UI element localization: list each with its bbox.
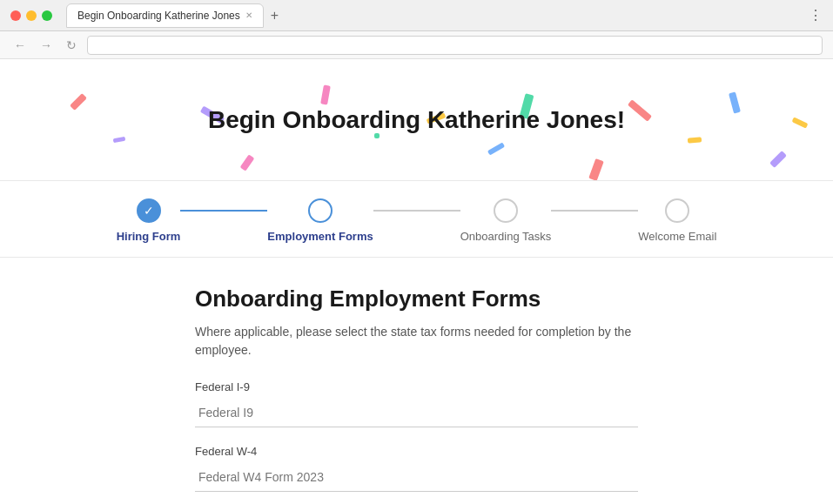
forward-button[interactable]: → (37, 38, 56, 52)
step-circle-onboarding-tasks (494, 198, 518, 223)
confetti-piece-8 (113, 137, 126, 143)
nav-bar: ← → ↻ (0, 31, 833, 59)
stepper: ✓ Hiring Form Employment Forms Onboardin… (117, 198, 717, 243)
confetti-piece-14 (769, 151, 787, 168)
stepper-container: ✓ Hiring Form Employment Forms Onboardin… (0, 181, 833, 258)
step-circle-hiring-form: ✓ (137, 198, 161, 223)
label-federal-w4: Federal W-4 (195, 445, 638, 458)
confetti-piece-5 (628, 99, 652, 121)
step-onboarding-tasks[interactable]: Onboarding Tasks (460, 198, 552, 243)
browser-menu-button[interactable]: ⋮ (809, 7, 823, 24)
tab-close-icon[interactable]: ✕ (245, 10, 252, 20)
form-group-federal-w4: Federal W-4 (195, 445, 638, 492)
back-button[interactable]: ← (10, 38, 30, 52)
step-label-employment-forms: Employment Forms (267, 230, 373, 243)
browser-chrome: Begin Onboarding Katherine Jones ✕ + ⋮ (0, 0, 833, 31)
label-federal-i9: Federal I-9 (195, 380, 638, 393)
confetti-piece-12 (588, 158, 604, 181)
step-circle-employment-forms (308, 198, 333, 223)
confetti-piece-11 (487, 142, 505, 155)
confetti-piece-2 (320, 84, 331, 104)
traffic-lights (10, 10, 52, 21)
hero-title: Begin Onboarding Katherine Jones! (208, 106, 625, 134)
input-federal-i9[interactable] (195, 399, 638, 427)
main-content: Onboarding Employment Forms Where applic… (0, 258, 833, 504)
refresh-button[interactable]: ↻ (63, 38, 80, 52)
connector-3 (551, 210, 638, 212)
step-employment-forms[interactable]: Employment Forms (267, 198, 373, 243)
confetti-piece-7 (792, 117, 809, 128)
hero-banner: Begin Onboarding Katherine Jones! (0, 59, 833, 181)
close-button[interactable] (10, 10, 21, 21)
step-circle-welcome-email (665, 198, 689, 223)
active-tab[interactable]: Begin Onboarding Katherine Jones ✕ (66, 3, 264, 28)
form-group-federal-i9: Federal I-9 (195, 380, 638, 427)
minimize-button[interactable] (26, 10, 37, 21)
maximize-button[interactable] (42, 10, 52, 21)
new-tab-button[interactable]: + (267, 8, 282, 24)
confetti-piece-0 (70, 93, 87, 111)
confetti-piece-6 (729, 91, 741, 113)
step-label-welcome-email: Welcome Email (638, 230, 716, 243)
input-federal-w4[interactable] (195, 463, 638, 492)
address-bar[interactable] (87, 36, 823, 55)
tab-title: Begin Onboarding Katherine Jones (77, 10, 240, 22)
section-title: Onboarding Employment Forms (195, 286, 638, 312)
confetti-piece-9 (240, 154, 255, 171)
connector-2 (373, 210, 460, 212)
step-label-hiring-form: Hiring Form (117, 230, 181, 243)
step-label-onboarding-tasks: Onboarding Tasks (460, 230, 552, 243)
step-hiring-form[interactable]: ✓ Hiring Form (117, 198, 181, 243)
confetti-piece-10 (374, 133, 380, 138)
tab-bar: Begin Onboarding Katherine Jones ✕ + (66, 3, 282, 28)
confetti-piece-13 (688, 137, 702, 143)
step-welcome-email[interactable]: Welcome Email (638, 198, 716, 243)
section-description: Where applicable, please select the stat… (195, 323, 638, 360)
connector-1 (180, 210, 267, 212)
